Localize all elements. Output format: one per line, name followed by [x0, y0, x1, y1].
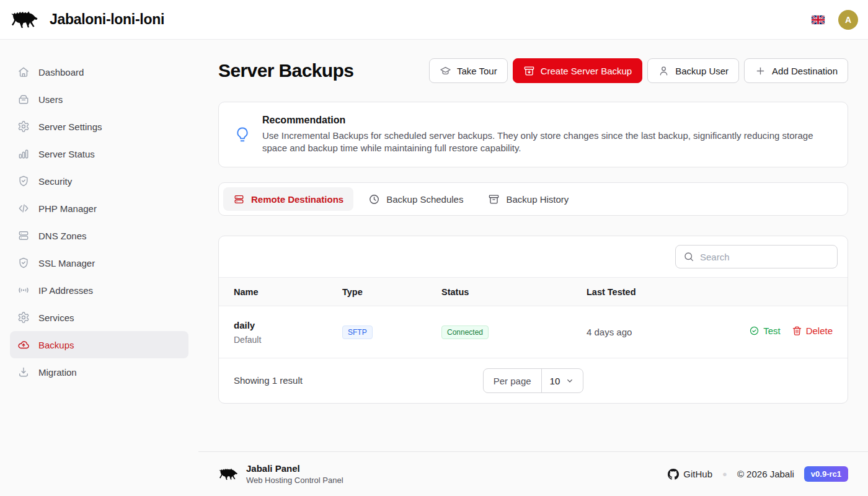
shield-check-icon	[17, 257, 30, 269]
archive-down-icon	[523, 65, 535, 77]
github-icon	[668, 469, 679, 480]
column-header-type: Type	[342, 278, 441, 306]
sidebar-item-ssl-manager[interactable]: SSL Manager	[10, 249, 188, 277]
lightbulb-icon	[234, 126, 251, 143]
take-tour-label: Take Tour	[457, 66, 497, 76]
clock-icon	[368, 193, 380, 205]
chevron-down-icon	[565, 376, 575, 386]
recommendation-body: Use Incremental Backups for scheduled se…	[262, 130, 833, 154]
gear-icon	[17, 311, 30, 324]
home-icon	[17, 66, 30, 78]
sidebar-item-label: IP Addresses	[38, 285, 93, 296]
recommendation-card: Recommendation Use Incremental Backups f…	[218, 102, 848, 167]
version-badge: v0.9-rc1	[804, 466, 848, 482]
table-footer: Showing 1 result Per page 10	[219, 358, 848, 403]
sidebar-item-php-manager[interactable]: PHP Manager	[10, 195, 188, 222]
status-badge: Connected	[441, 326, 489, 339]
create-server-backup-label: Create Server Backup	[541, 66, 632, 76]
sidebar-item-label: DNS Zones	[38, 231, 87, 241]
sidebar-item-label: Dashboard	[38, 67, 84, 78]
github-link[interactable]: GitHub	[668, 469, 712, 480]
destinations-table: Name Type Status Last Tested daily Defau…	[219, 277, 848, 358]
app-title: Jabaloni-loni-loni	[50, 11, 164, 28]
boar-logo-icon	[10, 9, 38, 30]
per-page-value: 10	[550, 376, 560, 386]
server-stack-icon	[17, 229, 30, 242]
footer-brand-name: Jabali Panel	[246, 463, 343, 474]
bar-chart-icon	[17, 148, 30, 160]
tab-label: Backup History	[506, 194, 569, 205]
brand: Jabaloni-loni-loni	[10, 9, 164, 30]
code-icon	[17, 202, 30, 215]
sidebar-item-users[interactable]: Users	[10, 86, 188, 113]
shield-check-icon	[17, 175, 30, 187]
last-tested-value: 4 days ago	[587, 327, 632, 337]
add-destination-label: Add Destination	[772, 66, 838, 76]
sidebar-item-dashboard[interactable]: Dashboard	[10, 58, 188, 86]
sidebar-item-label: Users	[38, 94, 63, 105]
plus-icon	[755, 65, 766, 77]
delete-label: Delete	[806, 326, 833, 336]
tab-remote-destinations[interactable]: Remote Destinations	[223, 187, 353, 211]
top-header: Jabaloni-loni-loni A	[0, 0, 868, 40]
test-label: Test	[763, 326, 781, 336]
trash-icon	[792, 326, 802, 336]
download-icon	[17, 366, 30, 378]
search-input[interactable]	[700, 252, 830, 262]
per-page-select[interactable]: Per page 10	[483, 368, 584, 393]
sidebar-item-label: PHP Manager	[38, 203, 97, 214]
sidebar-item-services[interactable]: Services	[10, 304, 188, 331]
tab-label: Backup Schedules	[386, 194, 463, 205]
tab-backup-history[interactable]: Backup History	[478, 187, 578, 211]
results-count: Showing 1 result	[234, 375, 303, 386]
user-avatar[interactable]: A	[838, 10, 858, 30]
cloud-upload-icon	[17, 339, 30, 351]
sidebar-item-ip-addresses[interactable]: IP Addresses	[10, 277, 188, 304]
sidebar-item-label: Security	[38, 176, 72, 187]
copyright-text: © 2026 Jabali	[737, 469, 794, 479]
add-destination-button[interactable]: Add Destination	[744, 58, 848, 83]
destination-name: daily	[234, 320, 342, 330]
table-row: daily Default SFTP Connected 4 days ago	[219, 306, 848, 358]
take-tour-button[interactable]: Take Tour	[429, 58, 508, 83]
dot-separator: ●	[722, 469, 727, 479]
sidebar-item-server-settings[interactable]: Server Settings	[10, 113, 188, 140]
sidebar-item-label: Server Settings	[38, 122, 102, 132]
sidebar-item-backups[interactable]: Backups	[10, 331, 188, 358]
create-server-backup-button[interactable]: Create Server Backup	[513, 58, 643, 83]
test-button[interactable]: Test	[749, 326, 781, 336]
delete-button[interactable]: Delete	[792, 326, 833, 336]
boar-logo-icon	[218, 467, 238, 482]
server-icon	[233, 193, 245, 205]
column-header-last-tested: Last Tested	[587, 278, 735, 306]
type-badge: SFTP	[342, 326, 373, 339]
destination-subtitle: Default	[234, 335, 342, 345]
tab-backup-schedules[interactable]: Backup Schedules	[358, 187, 473, 211]
search-icon	[683, 251, 694, 262]
recommendation-title: Recommendation	[262, 115, 833, 126]
users-drawer-icon	[17, 93, 30, 105]
sidebar-item-dns-zones[interactable]: DNS Zones	[10, 222, 188, 249]
sidebar-item-security[interactable]: Security	[10, 167, 188, 195]
sidebar-item-label: Server Status	[38, 149, 95, 159]
sidebar-item-label: Backups	[38, 340, 74, 350]
site-footer: Jabali Panel Web Hosting Control Panel G…	[198, 451, 868, 496]
sidebar-item-label: SSL Manager	[38, 258, 95, 268]
column-header-actions	[735, 278, 848, 306]
user-icon	[658, 65, 670, 77]
backup-user-label: Backup User	[675, 66, 728, 76]
language-flag-icon[interactable]	[812, 16, 825, 24]
sidebar-item-migration[interactable]: Migration	[10, 358, 188, 386]
page-actions: Take Tour Create Server Backup Backup Us…	[429, 58, 848, 83]
gear-icon	[17, 120, 30, 133]
github-label: GitHub	[683, 469, 712, 479]
sidebar-item-server-status[interactable]: Server Status	[10, 140, 188, 167]
footer-brand-subtitle: Web Hosting Control Panel	[246, 476, 343, 485]
per-page-label: Per page	[484, 369, 542, 392]
check-circle-icon	[749, 326, 760, 336]
broadcast-icon	[17, 284, 30, 296]
backup-user-button[interactable]: Backup User	[647, 58, 739, 83]
sidebar-item-label: Migration	[38, 367, 77, 378]
destinations-card: Name Type Status Last Tested daily Defau…	[218, 236, 848, 404]
column-header-status: Status	[441, 278, 587, 306]
